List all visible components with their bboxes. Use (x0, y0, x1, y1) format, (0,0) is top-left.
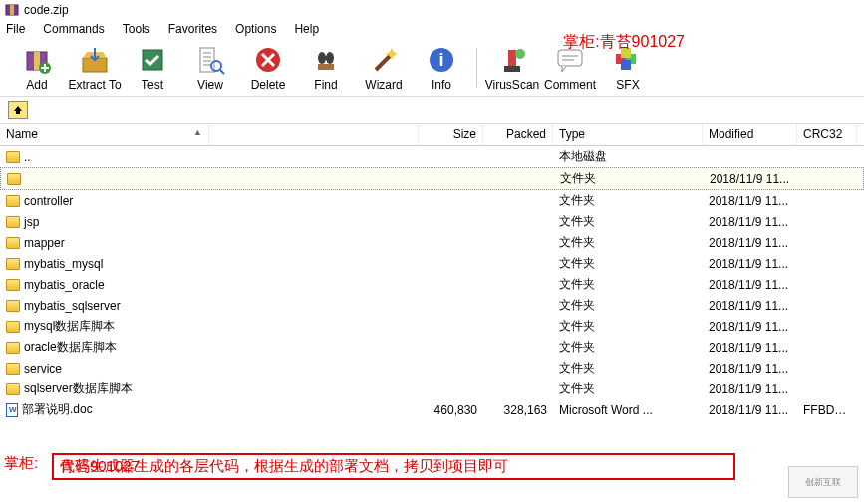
col-name[interactable]: Name▲ (0, 124, 209, 145)
table-row[interactable]: controller文件夹2018/11/9 11... (0, 190, 864, 211)
cell-name: .. (0, 149, 419, 165)
table-row[interactable]: mybatis_mysql文件夹2018/11/9 11... (0, 253, 864, 274)
cell-type: 本地磁盘 (553, 147, 703, 166)
cell-name: oracle数据库脚本 (0, 338, 419, 357)
find-icon (310, 44, 342, 76)
menu-file[interactable]: File (6, 22, 25, 36)
cell-name: 部署说明.doc (0, 400, 419, 419)
cell-type: Microsoft Word ... (553, 402, 703, 418)
cell-type: 文件夹 (553, 275, 703, 294)
col-type[interactable]: Type (553, 124, 703, 145)
cell-type: 文件夹 (553, 296, 703, 315)
cell-packed (483, 347, 553, 349)
table-row[interactable]: ..本地磁盘 (0, 146, 864, 167)
cell-crc (797, 326, 857, 328)
cell-type: 文件夹 (553, 379, 703, 398)
cell-packed (483, 284, 553, 286)
cell-size (419, 305, 483, 307)
table-row[interactable]: 部署说明.doc460,830328,163Microsoft Word ...… (0, 399, 864, 420)
cell-size (420, 178, 484, 180)
toolbar-find-button[interactable]: Find (297, 42, 355, 94)
toolbar-delete-button[interactable]: Delete (239, 42, 297, 94)
delete-icon (252, 44, 284, 76)
col-spacer[interactable] (209, 124, 419, 145)
menu-bar: File Commands Tools Favorites Options He… (0, 20, 864, 38)
toolbar-add-button[interactable]: Add (8, 42, 66, 94)
bottom-label: 掌柜: (4, 454, 38, 473)
cell-name: mybatis_sqlserver (0, 298, 419, 314)
cell-packed (483, 242, 553, 244)
svg-rect-17 (504, 66, 520, 72)
cell-name: mybatis_mysql (0, 256, 419, 272)
archive-add-icon (21, 44, 53, 76)
svg-rect-12 (324, 56, 328, 60)
folder-icon (6, 258, 20, 270)
cell-packed (483, 305, 553, 307)
cell-packed (483, 156, 553, 158)
folder-icon (6, 195, 20, 207)
toolbar-wizard-button[interactable]: Wizard (355, 42, 413, 94)
table-row[interactable]: service文件夹2018/11/9 11... (0, 358, 864, 378)
cell-crc (797, 368, 857, 370)
cell-name: mapper (0, 235, 419, 251)
window-title: code.zip (24, 3, 69, 17)
menu-tools[interactable]: Tools (123, 22, 150, 36)
cell-type: 文件夹 (553, 338, 703, 357)
cell-crc (797, 221, 857, 223)
svg-rect-16 (508, 50, 516, 66)
folder-icon (6, 216, 20, 228)
cell-modified: 2018/11/9 11... (703, 193, 797, 209)
table-row[interactable]: mysql数据库脚本文件夹2018/11/9 11... (0, 316, 864, 337)
column-headers: Name▲ Size Packed Type Modified CRC32 (0, 124, 864, 146)
cell-crc (797, 200, 857, 202)
menu-commands[interactable]: Commands (43, 22, 104, 36)
table-row[interactable]: mybatis_sqlserver文件夹2018/11/9 11... (0, 295, 864, 316)
cell-size (419, 284, 483, 286)
virus-icon (496, 44, 528, 76)
col-modified[interactable]: Modified (703, 124, 797, 145)
col-crc[interactable]: CRC32 (797, 124, 857, 145)
cell-modified: 2018/11/9 11... (704, 171, 798, 187)
up-button[interactable] (8, 101, 28, 119)
toolbar-extract-button[interactable]: Extract To (66, 42, 124, 94)
menu-favorites[interactable]: Favorites (168, 22, 217, 36)
cell-modified: 2018/11/9 11... (703, 214, 797, 230)
folder-icon (6, 363, 20, 375)
toolbar-info-button[interactable]: iInfo (413, 42, 470, 94)
cell-modified: 2018/11/9 11... (703, 361, 797, 377)
cell-type: 文件夹 (553, 254, 703, 273)
col-packed[interactable]: Packed (483, 124, 553, 145)
menu-options[interactable]: Options (235, 22, 276, 36)
cell-modified: 2018/11/9 11... (703, 298, 797, 314)
cell-crc (797, 156, 857, 158)
col-size[interactable]: Size (419, 124, 483, 145)
cell-type: 文件夹 (553, 212, 703, 231)
menu-help[interactable]: Help (294, 22, 319, 36)
toolbar-delete-label: Delete (251, 78, 286, 92)
cell-crc (797, 263, 857, 265)
cell-modified: 2018/11/9 11... (703, 402, 797, 418)
cell-name: jsp (0, 214, 419, 230)
archive-icon (4, 2, 20, 18)
cell-packed (483, 388, 553, 390)
cell-size (419, 221, 483, 223)
table-row[interactable]: mybatis_oracle文件夹2018/11/9 11... (0, 274, 864, 295)
table-row[interactable]: jsp文件夹2018/11/9 11... (0, 211, 864, 232)
toolbar: AddExtract ToTestViewDeleteFindWizardiIn… (0, 38, 864, 97)
table-row[interactable]: sqlserver数据库脚本文件夹2018/11/9 11... (0, 378, 864, 399)
file-list: ..本地磁盘文件夹2018/11/9 11...controller文件夹201… (0, 146, 864, 420)
cell-size (419, 200, 483, 202)
table-row[interactable]: 文件夹2018/11/9 11... (0, 167, 864, 190)
cell-name: service (0, 361, 419, 377)
cell-size (419, 263, 483, 265)
cell-type: 文件夹 (553, 191, 703, 210)
table-row[interactable]: mapper文件夹2018/11/9 11... (0, 232, 864, 253)
svg-rect-1 (10, 5, 14, 15)
toolbar-view-button[interactable]: View (181, 42, 239, 94)
cell-crc (798, 178, 858, 180)
table-row[interactable]: oracle数据库脚本文件夹2018/11/9 11... (0, 337, 864, 358)
cell-name: mybatis_oracle (0, 277, 419, 293)
svg-point-18 (515, 49, 525, 59)
toolbar-test-button[interactable]: Test (124, 42, 181, 94)
toolbar-virusscan-button[interactable]: VirusScan (483, 42, 541, 94)
